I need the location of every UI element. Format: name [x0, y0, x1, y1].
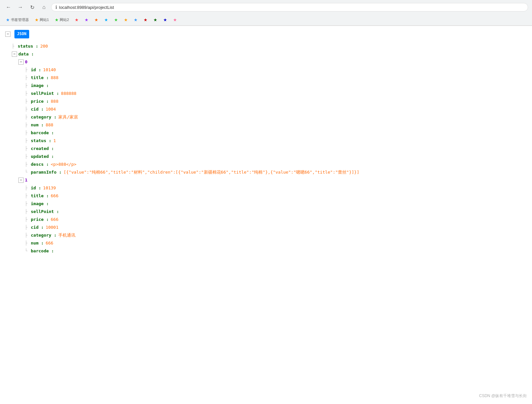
- cid-key-1: cid :: [31, 223, 44, 231]
- created-key-0: created :: [31, 145, 54, 152]
- category-key-1: category :: [31, 231, 56, 239]
- item0-index: 0: [25, 58, 28, 66]
- json-badge[interactable]: JSON: [14, 30, 29, 38]
- field-barcode-0: ├ barcode :: [25, 129, 527, 137]
- title-val-0: 888: [51, 74, 58, 81]
- bookmark-item[interactable]: ★: [112, 17, 120, 23]
- field-image-0: ├ image :: [25, 82, 527, 90]
- num-val-0: 888: [46, 121, 53, 129]
- data-row: − data :: [12, 50, 527, 58]
- cid-key-0: cid :: [31, 105, 44, 113]
- price-key-0: price :: [31, 97, 49, 105]
- cid-val-0: 1004: [46, 105, 56, 113]
- category-key-0: category :: [31, 113, 56, 121]
- bookmark-item[interactable]: ★: [161, 17, 169, 23]
- title-key-0: title :: [31, 74, 49, 81]
- field-status-0: ├ status : 1: [25, 137, 527, 145]
- barcode-key-0: barcode :: [31, 129, 54, 137]
- field-image-1: ├ image :: [25, 200, 527, 208]
- field-category-0: ├ category : 家具/家居: [25, 113, 527, 121]
- id-key-1: id :: [31, 184, 41, 192]
- field-num-0: ├ num : 888: [25, 121, 527, 129]
- data-toggle[interactable]: −: [12, 52, 17, 57]
- field-title-1: ├ title : 666: [25, 192, 527, 200]
- price-val-1: 666: [51, 216, 58, 223]
- browser-chrome: ← → ↻ ⌂ ℹ localhost:8989/api/projectList…: [0, 0, 532, 26]
- bookmark-item[interactable]: ★: [92, 17, 100, 23]
- bookmark-item[interactable]: ★: [83, 17, 90, 23]
- category-val-1: 手机通讯: [58, 231, 75, 239]
- browser-toolbar: ← → ↻ ⌂ ℹ localhost:8989/api/projectList: [0, 0, 532, 14]
- cid-val-1: 10001: [46, 223, 58, 231]
- address-bar[interactable]: ℹ localhost:8989/api/projectList: [51, 3, 528, 11]
- item1-row: − 1: [18, 176, 527, 184]
- back-button[interactable]: ←: [4, 3, 13, 12]
- paramsinfo-key-0: paramsInfo :: [31, 168, 62, 176]
- title-key-1: title :: [31, 192, 49, 200]
- barcode-key-1: barcode :: [31, 247, 54, 255]
- json-badge-row: − JSON: [5, 30, 527, 40]
- image-key-0: image :: [31, 82, 49, 89]
- id-val-1: 10139: [43, 184, 56, 192]
- field-barcode-1: └ barcode :: [25, 247, 527, 255]
- info-icon: ℹ: [55, 5, 57, 10]
- num-key-0: num :: [31, 121, 44, 129]
- descs-val-0: <p>888</p>: [51, 160, 76, 168]
- status-value: 200: [40, 42, 48, 50]
- bookmark-item[interactable]: ★ 书签管理器: [4, 17, 31, 23]
- bookmark-item[interactable]: ★: [142, 17, 149, 23]
- paramsinfo-val-0: [{"value":"纯棉66","title":"材料","children"…: [64, 168, 359, 176]
- json-viewer: − JSON ├ status : 200 − data : − 0 ├ id …: [0, 26, 532, 400]
- image-key-1: image :: [31, 200, 49, 207]
- field-sellpoint-0: ├ sellPoint : 888888: [25, 90, 527, 97]
- field-category-1: ├ category : 手机通讯: [25, 231, 527, 239]
- url-text: localhost:8989/api/projectList: [59, 5, 114, 10]
- watermark: CSDN @纵有千堆雪与长街: [479, 393, 527, 399]
- item1-index: 1: [25, 176, 28, 184]
- field-cid-0: ├ cid : 1004: [25, 105, 527, 113]
- reload-button[interactable]: ↻: [28, 3, 37, 12]
- item0-toggle[interactable]: −: [18, 59, 24, 65]
- bookmark-item[interactable]: ★: [122, 17, 130, 23]
- title-val-1: 666: [51, 192, 58, 200]
- updated-key-0: updated :: [31, 153, 54, 160]
- field-id-1: ├ id : 10139: [25, 184, 527, 192]
- forward-button[interactable]: →: [16, 3, 25, 12]
- bookmark-item[interactable]: ★: [132, 17, 140, 23]
- item-status-key-0: status :: [31, 137, 51, 144]
- field-title-0: ├ title : 888: [25, 74, 527, 82]
- item1-toggle[interactable]: −: [18, 178, 24, 183]
- field-id-0: ├ id : 10140: [25, 66, 527, 74]
- root-toggle[interactable]: −: [5, 32, 10, 37]
- field-num-1: ├ num : 666: [25, 239, 527, 247]
- bookmark-item[interactable]: ★ 网站1: [33, 17, 51, 23]
- bookmarks-bar: ★ 书签管理器 ★ 网站1 ★ 网站2 ★ ★ ★ ★ ★ ★ ★: [0, 14, 532, 26]
- id-val-0: 10140: [43, 66, 56, 74]
- field-cid-1: ├ cid : 10001: [25, 223, 527, 231]
- data-key: data :: [18, 50, 34, 58]
- field-sellpoint-1: ├ sellPoint :: [25, 208, 527, 216]
- num-val-1: 666: [46, 239, 53, 247]
- bookmark-item[interactable]: ★: [151, 17, 159, 23]
- id-key-0: id :: [31, 66, 41, 74]
- num-key-1: num :: [31, 239, 44, 247]
- field-descs-0: ├ descs : <p>888</p>: [25, 160, 527, 168]
- item-status-val-0: 1: [53, 137, 56, 144]
- sellpoint-val-0: 888888: [61, 90, 76, 97]
- sellpoint-key-0: sellPoint :: [31, 90, 59, 97]
- price-val-0: 888: [51, 97, 58, 105]
- field-paramsinfo-0: └ paramsInfo : [{"value":"纯棉66","title":…: [25, 168, 527, 176]
- field-price-1: ├ price : 666: [25, 216, 527, 223]
- field-price-0: ├ price : 888: [25, 97, 527, 105]
- price-key-1: price :: [31, 216, 49, 223]
- bookmark-item[interactable]: ★: [73, 17, 81, 23]
- home-button[interactable]: ⌂: [39, 3, 49, 12]
- bookmark-item[interactable]: ★: [102, 17, 110, 23]
- field-updated-0: ├ updated :: [25, 153, 527, 160]
- status-key: status :: [18, 42, 38, 50]
- descs-key-0: descs :: [31, 160, 49, 168]
- category-val-0: 家具/家居: [58, 113, 78, 121]
- bookmark-item[interactable]: ★ 网站2: [53, 17, 71, 23]
- status-row: ├ status : 200: [12, 42, 527, 50]
- bookmark-item[interactable]: ★: [171, 17, 179, 23]
